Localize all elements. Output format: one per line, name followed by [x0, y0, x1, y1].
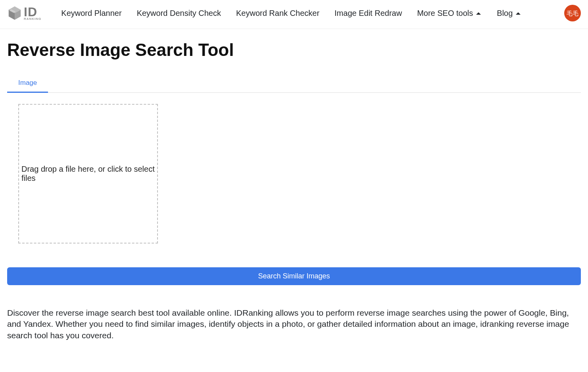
nav-keyword-rank-checker[interactable]: Keyword Rank Checker: [236, 9, 319, 18]
avatar-text: 毛毛: [567, 10, 578, 16]
nav-blog[interactable]: Blog: [497, 9, 521, 18]
chevron-up-icon: [515, 9, 521, 18]
cube-icon: [7, 6, 22, 21]
logo-text-sub: RANKING: [24, 17, 41, 21]
tabs: Image: [7, 74, 581, 93]
logo[interactable]: ID RANKING: [7, 6, 41, 21]
description-text: Discover the reverse image search best t…: [7, 307, 581, 357]
main-content: Reverse Image Search Tool Image Drag dro…: [0, 29, 588, 357]
nav-keyword-planner[interactable]: Keyword Planner: [61, 9, 121, 18]
tab-label: Image: [18, 79, 37, 86]
dropzone-text: Drag drop a file here, or click to selec…: [21, 165, 155, 183]
nav-label: Blog: [497, 9, 513, 18]
nav-image-edit-redraw[interactable]: Image Edit Redraw: [334, 9, 402, 18]
file-dropzone[interactable]: Drag drop a file here, or click to selec…: [18, 104, 158, 244]
nav-more-seo-tools[interactable]: More SEO tools: [417, 9, 482, 18]
chevron-up-icon: [475, 9, 482, 18]
nav-label: Keyword Rank Checker: [236, 9, 319, 18]
logo-text-id: ID: [24, 6, 41, 18]
header: ID RANKING Keyword Planner Keyword Densi…: [0, 0, 588, 29]
nav-label: Image Edit Redraw: [334, 9, 402, 18]
nav-label: More SEO tools: [417, 9, 473, 18]
tab-image[interactable]: Image: [7, 74, 48, 93]
user-avatar[interactable]: 毛毛: [564, 5, 581, 21]
nav-keyword-density-check[interactable]: Keyword Density Check: [137, 9, 221, 18]
nav-label: Keyword Density Check: [137, 9, 221, 18]
main-nav: Keyword Planner Keyword Density Check Ke…: [61, 9, 564, 18]
button-label: Search Similar Images: [258, 272, 330, 280]
nav-label: Keyword Planner: [61, 9, 121, 18]
search-similar-images-button[interactable]: Search Similar Images: [7, 267, 581, 285]
page-title: Reverse Image Search Tool: [7, 40, 581, 60]
